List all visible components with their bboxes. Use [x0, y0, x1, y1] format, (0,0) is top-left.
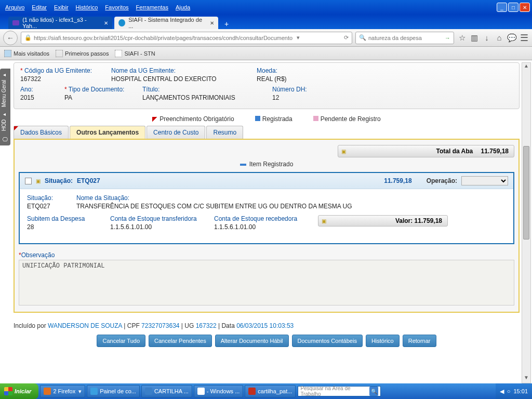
browser-tab-1[interactable]: (1 não lidos) - icfex1_s3 - Yah...✕ — [8, 17, 112, 29]
browser-tab-2[interactable]: SIAFI - Sistema Integrado de ...✕ — [114, 17, 218, 29]
bookmark-star-icon[interactable]: ☆ — [457, 33, 467, 43]
moeda-label: Moeda: — [257, 67, 287, 74]
nome-sit-value: TRANSFERÊNCIA DE ESTOQUES COM C/C SUBITE… — [76, 203, 352, 210]
cpf-link[interactable]: 72327073634 — [141, 322, 179, 329]
numdh-value: 12 — [272, 94, 307, 101]
reload-icon[interactable]: ⟳ — [344, 34, 349, 41]
task-windows[interactable]: - Windows ... — [194, 385, 244, 397]
mail-icon — [12, 20, 19, 25]
search-input[interactable]: 🔍natureza da despesa→ — [355, 32, 454, 44]
side-monitor-icon[interactable]: 🖵 — [0, 133, 10, 145]
codigo-ug-label: Código da UG Emitente: — [20, 67, 111, 74]
tray-arrow-icon[interactable]: ◀ — [500, 388, 504, 395]
minimize-button[interactable]: _ — [497, 3, 507, 12]
bookmark-icon — [4, 50, 11, 57]
tab2-label: SIAFI - Sistema Integrado de ... — [128, 17, 204, 29]
menu-ferramentas[interactable]: Ferramentas — [136, 4, 168, 10]
task-painel[interactable]: Painel de co... — [87, 385, 140, 397]
legend: Preenchimento Obrigatório Registrada Pen… — [14, 115, 520, 123]
tab-dados-basicos[interactable]: Dados Básicos — [14, 126, 69, 139]
word-icon — [145, 388, 152, 395]
new-tab-button[interactable]: + — [220, 19, 233, 29]
menu-editar[interactable]: Editar — [32, 4, 47, 10]
windows-logo-icon — [4, 387, 12, 395]
ug-link[interactable]: 167322 — [196, 322, 217, 329]
situacao-head-code: ETQ027 — [77, 177, 100, 184]
task-cartilha[interactable]: CARTILHA ... — [141, 385, 192, 397]
subitem-label: Subitem da Despesa — [27, 215, 110, 222]
item-registrado-legend: Item Registrado — [19, 161, 514, 168]
url-input[interactable]: 🔒https://siafi.tesouro.gov.br/siafi2015/… — [21, 32, 352, 44]
codigo-ug-value: 167322 — [20, 75, 111, 83]
situacao-checkbox[interactable] — [25, 178, 32, 184]
search-icon: 🔍 — [359, 34, 366, 41]
sit-label: Situação: — [27, 194, 76, 202]
observacao-label: Observação — [19, 251, 514, 259]
chat-icon[interactable]: 💬 — [507, 33, 516, 43]
situacao-panel: ▣ Situação: ETQ027 11.759,18 Operação: S… — [19, 172, 514, 244]
tab2-close-icon[interactable]: ✕ — [210, 20, 214, 26]
situacao-head-label: Situação: — [45, 177, 73, 184]
numdh-label: Número DH: — [272, 86, 307, 93]
tab-resumo[interactable]: Resumo — [206, 126, 243, 139]
collapse-icon[interactable]: ▣ — [36, 178, 41, 184]
scrollbar-thumb[interactable] — [523, 146, 529, 240]
tab-centro-custo[interactable]: Centro de Custo — [147, 126, 205, 139]
bookmark-primeiros-passos[interactable]: Primeiros passos — [56, 50, 109, 57]
start-button[interactable]: Iniciar — [0, 383, 38, 399]
task-firefox[interactable]: 2 Firefox▾ — [40, 385, 85, 397]
bookmark-siafi[interactable]: SIAFI - STN — [115, 50, 155, 57]
ie-icon — [90, 388, 98, 395]
cancelar-tudo-button[interactable]: Cancelar Tudo — [97, 335, 145, 347]
documentos-contabeis-button[interactable]: Documentos Contábeis — [292, 335, 363, 347]
task-pdf[interactable]: cartilha_pat... — [245, 385, 296, 397]
menu-exibir[interactable]: Exibir — [54, 4, 69, 10]
cancelar-pendentes-button[interactable]: Cancelar Pendentes — [149, 335, 212, 347]
tray-icon[interactable]: ○ — [507, 388, 511, 394]
maximize-button[interactable]: □ — [508, 3, 518, 12]
user-link[interactable]: WANDERSON DE SOUZA — [48, 322, 122, 329]
tipo-doc-label: Tipo de Documento: — [64, 86, 142, 93]
search-go-icon[interactable]: → — [445, 35, 450, 41]
menu-historico[interactable]: Histórico — [76, 4, 98, 10]
taskbar-search-icon[interactable]: 🔍 — [369, 387, 378, 396]
nome-ug-value: HOSPITAL CENTRAL DO EXERCITO — [111, 75, 257, 83]
retornar-button[interactable]: Retornar — [403, 335, 436, 347]
reader-icon[interactable]: ▥ — [470, 33, 479, 43]
operacao-label: Operação: — [427, 177, 457, 184]
tab1-close-icon[interactable]: ✕ — [104, 20, 108, 26]
bookmark-mais-visitados[interactable]: Mais visitados — [4, 50, 49, 57]
titulo-label: Título: — [142, 86, 272, 93]
alterar-documento-button[interactable]: Alterar Documento Hábil — [215, 335, 289, 347]
menu-ajuda[interactable]: Ajuda — [176, 4, 190, 10]
scroll-down-icon[interactable]: ▼ — [522, 375, 530, 383]
tab1-label: (1 não lidos) - icfex1_s3 - Yah... — [22, 17, 98, 29]
sit-value: ETQ027 — [27, 203, 76, 210]
conta-transf-value: 1.1.5.6.1.01.00 — [110, 223, 214, 231]
subitem-value: 28 — [27, 223, 110, 231]
moeda-value: REAL (R$) — [257, 75, 287, 83]
historico-button[interactable]: Histórico — [366, 335, 400, 347]
scrollbar[interactable]: ▲ ▼ — [522, 62, 531, 383]
firefox-icon — [44, 388, 51, 395]
ano-label: Ano: — [20, 86, 64, 93]
scroll-up-icon[interactable]: ▲ — [522, 63, 530, 71]
side-hod[interactable]: HOD ▸ — [0, 108, 10, 135]
back-button[interactable]: ← — [3, 31, 18, 45]
titulo-value: LANÇAMENTOS PATRIMONIAIS — [142, 94, 272, 101]
menu-arquivo[interactable]: Arquivo — [5, 4, 24, 10]
data-link[interactable]: 06/03/2015 10:03:53 — [236, 322, 294, 329]
taskbar-search[interactable]: Pesquisar na Área de Trabalho🔍 — [298, 386, 381, 396]
document-header: Código da UG Emitente:167322 Nome da UG … — [14, 62, 520, 109]
menu-favoritos[interactable]: Favoritos — [105, 4, 128, 10]
close-button[interactable]: ✕ — [520, 3, 530, 12]
download-icon[interactable]: ↓ — [482, 33, 491, 42]
home-icon[interactable]: ⌂ — [495, 33, 504, 42]
operacao-select[interactable] — [461, 176, 508, 185]
tab-outros-lancamentos[interactable]: Outros Lançamentos — [70, 126, 145, 139]
side-menu-geral[interactable]: Menu Geral ▸ — [0, 69, 10, 111]
observacao-textarea[interactable] — [19, 260, 514, 305]
bookmark-icon — [115, 50, 122, 57]
dropdown-icon[interactable]: ▾ — [297, 34, 300, 41]
menu-icon[interactable]: ☰ — [520, 32, 529, 44]
